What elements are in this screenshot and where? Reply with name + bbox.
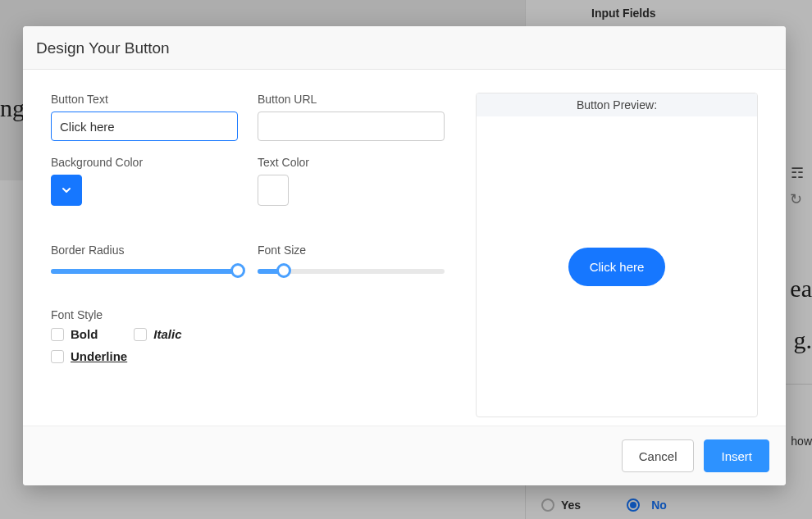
button-url-label: Button URL bbox=[258, 93, 445, 106]
design-button-modal: Design Your Button Button Text Button UR… bbox=[23, 26, 786, 485]
form-column: Button Text Button URL Background Color … bbox=[51, 93, 461, 417]
background-color-label: Background Color bbox=[51, 156, 238, 169]
slider-fill bbox=[51, 269, 238, 274]
field-button-text: Button Text bbox=[51, 93, 238, 141]
field-background-color: Background Color bbox=[51, 156, 238, 206]
font-size-slider[interactable] bbox=[258, 262, 445, 279]
preview-button[interactable]: Click here bbox=[568, 248, 666, 286]
button-text-label: Button Text bbox=[51, 93, 238, 106]
checkbox-italic[interactable]: Italic bbox=[134, 327, 181, 341]
font-size-label: Font Size bbox=[258, 244, 445, 257]
field-font-size: Font Size bbox=[258, 221, 445, 279]
field-button-url: Button URL bbox=[258, 93, 445, 141]
checkbox-underline[interactable]: Underline bbox=[51, 349, 445, 363]
preview-header: Button Preview: bbox=[477, 93, 757, 116]
background-color-picker[interactable] bbox=[51, 175, 82, 206]
cancel-button[interactable]: Cancel bbox=[622, 439, 695, 472]
field-font-style: Font Style Bold Italic Underline bbox=[51, 294, 445, 363]
modal-header: Design Your Button bbox=[23, 26, 786, 70]
bold-label: Bold bbox=[71, 327, 98, 341]
text-color-picker[interactable] bbox=[258, 175, 289, 206]
modal-title: Design Your Button bbox=[36, 39, 773, 57]
preview-column: Button Preview: Click here bbox=[476, 93, 758, 417]
font-style-options: Bold Italic Underline bbox=[51, 327, 445, 363]
checkbox-icon bbox=[51, 328, 64, 341]
underline-label: Underline bbox=[71, 349, 127, 363]
checkbox-icon bbox=[134, 328, 147, 341]
checkbox-bold[interactable]: Bold bbox=[51, 327, 98, 341]
insert-button[interactable]: Insert bbox=[704, 439, 769, 472]
field-border-radius: Border Radius bbox=[51, 221, 238, 279]
modal-body: Button Text Button URL Background Color … bbox=[23, 70, 786, 426]
font-style-label: Font Style bbox=[51, 308, 445, 321]
border-radius-label: Border Radius bbox=[51, 244, 238, 257]
italic-label: Italic bbox=[153, 327, 181, 341]
slider-thumb[interactable] bbox=[276, 263, 291, 278]
button-url-input[interactable] bbox=[258, 112, 445, 141]
chevron-down-icon bbox=[62, 185, 71, 195]
field-text-color: Text Color bbox=[258, 156, 445, 206]
preview-area: Click here bbox=[477, 116, 757, 417]
modal-footer: Cancel Insert bbox=[23, 426, 786, 485]
slider-thumb[interactable] bbox=[230, 263, 245, 278]
checkbox-icon bbox=[51, 350, 64, 363]
text-color-label: Text Color bbox=[258, 156, 445, 169]
border-radius-slider[interactable] bbox=[51, 262, 238, 279]
button-text-input[interactable] bbox=[51, 112, 238, 141]
